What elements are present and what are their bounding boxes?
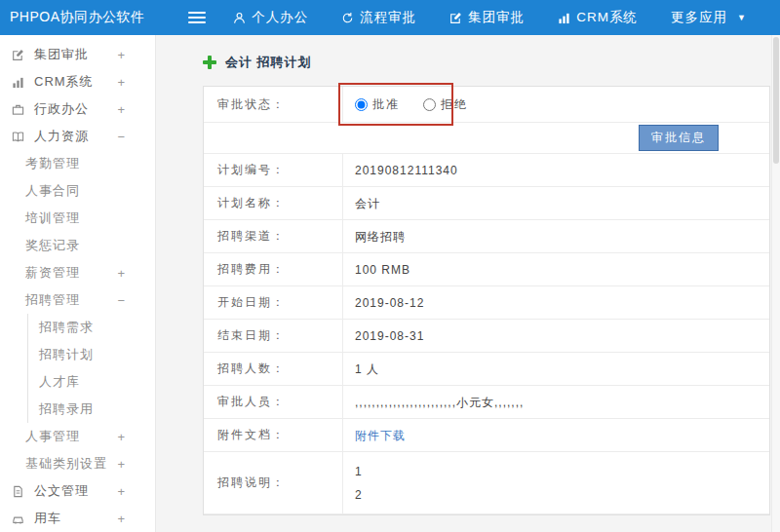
field-value: 附件下载 — [342, 419, 769, 451]
field-row: 招聘人数： 1 人 — [204, 353, 769, 386]
field-row: 结束日期： 2019-08-31 — [204, 320, 769, 353]
field-value: 网络招聘 — [342, 220, 769, 252]
field-label: 附件文档： — [204, 427, 342, 443]
field-value: 20190812111340 — [342, 154, 769, 186]
sidebar-item-label: 人事管理 — [25, 428, 80, 445]
sidebar-item[interactable]: 招聘计划 — [0, 341, 155, 368]
main-content: 会计 招聘计划 审批状态： 批准 拒绝 审批信息 计划编号： 201908121… — [156, 35, 780, 532]
person-icon — [233, 12, 246, 24]
nav-label: 个人办公 — [252, 9, 308, 26]
radio-input[interactable] — [423, 98, 436, 111]
sidebar-item[interactable]: 招聘录用 — [0, 396, 155, 423]
expand-toggle-icon[interactable]: + — [117, 512, 126, 526]
sidebar-item[interactable]: 考勤管理 — [0, 150, 155, 177]
sidebar-item-label: 招聘计划 — [39, 346, 94, 363]
vertical-scrollbar[interactable] — [771, 35, 780, 532]
topbar-menu-item[interactable]: 个人办公 — [233, 9, 308, 26]
hamburger-menu-icon[interactable] — [188, 11, 206, 24]
topbar: PHPOA协同办公软件 个人办公 流程审批 集团审批 CRM系统 更多应用 ▼ — [0, 0, 780, 35]
expand-toggle-icon[interactable]: − — [117, 130, 126, 144]
sidebar-item[interactable]: 薪资管理 + — [0, 259, 155, 286]
field-label: 结束日期： — [204, 327, 342, 344]
expand-toggle-icon[interactable]: − — [117, 293, 126, 308]
sidebar-item-label: 基础类别设置 — [25, 455, 107, 473]
nav-label: CRM系统 — [576, 9, 638, 26]
topbar-menu-item[interactable]: 更多应用 ▼ — [671, 9, 747, 26]
expand-toggle-icon[interactable]: + — [117, 75, 126, 90]
sidebar-item-label: 集团审批 — [34, 46, 89, 63]
sidebar-item[interactable]: 人事合同 — [0, 177, 155, 205]
sidebar-item[interactable]: 招聘管理 − — [0, 286, 155, 314]
page-title-text: 会计 招聘计划 — [225, 54, 312, 71]
attachment-download-link[interactable]: 附件下载 — [355, 424, 406, 447]
briefcase-icon — [12, 103, 30, 116]
sidebar-item-label: 奖惩记录 — [25, 237, 80, 254]
sidebar-item[interactable]: 行政办公 + — [0, 95, 155, 123]
app-window: PHPOA协同办公软件 个人办公 流程审批 集团审批 CRM系统 更多应用 ▼ … — [0, 0, 780, 532]
sidebar-item-label: 考勤管理 — [25, 155, 80, 172]
sidebar-item[interactable]: 人事管理 + — [0, 423, 155, 450]
radio-label: 批准 — [372, 93, 400, 116]
field-row: 计划名称： 会计 — [204, 187, 769, 220]
field-label: 招聘说明： — [204, 475, 342, 491]
field-row: 开始日期： 2019-08-12 — [204, 286, 769, 320]
field-value: 1 2 — [342, 452, 769, 513]
approval-status-row: 审批状态： 批准 拒绝 — [204, 87, 769, 123]
process-icon — [341, 12, 354, 24]
field-value: 2019-08-12 — [342, 286, 769, 319]
field-value: 2019-08-31 — [342, 320, 769, 352]
app-logo[interactable]: PHPOA协同办公软件 — [0, 9, 180, 26]
scrollbar-thumb[interactable] — [773, 37, 779, 164]
field-value: 会计 — [342, 187, 769, 219]
field-label: 开始日期： — [204, 294, 342, 311]
sidebar-item-label: 公文管理 — [34, 482, 89, 500]
field-value: ,,,,,,,,,,,,,,,,,,,,,,,,小元女,,,,,,, — [342, 386, 769, 418]
field-row: 附件文档： 附件下载 — [204, 419, 769, 452]
expand-toggle-icon[interactable]: + — [117, 266, 126, 281]
sidebar-item[interactable]: 人才库 — [0, 368, 155, 396]
field-row: 计划编号： 20190812111340 — [204, 154, 769, 187]
bar-chart-icon — [558, 12, 570, 24]
sidebar-item[interactable]: 培训管理 — [0, 205, 155, 232]
approval-info-row: 审批信息 — [204, 123, 769, 154]
expand-toggle-icon[interactable]: + — [117, 457, 126, 472]
field-label: 招聘费用： — [204, 261, 342, 278]
sidebar-item[interactable]: 奖惩记录 — [0, 232, 155, 259]
approval-info-button[interactable]: 审批信息 — [639, 125, 719, 151]
sidebar-item[interactable]: 公文管理 + — [0, 477, 155, 505]
sidebar-item[interactable]: 招聘需求 — [0, 314, 155, 341]
approval-edit-icon — [12, 49, 30, 61]
sidebar-item-label: 人力资源 — [34, 128, 89, 145]
nav-label: 更多应用 — [671, 9, 727, 26]
sidebar-item[interactable]: 集团审批 + — [0, 41, 155, 68]
sidebar-item[interactable]: 基础类别设置 + — [0, 450, 155, 477]
topbar-menu-item[interactable]: 流程审批 — [341, 9, 416, 26]
expand-toggle-icon[interactable]: + — [117, 484, 126, 499]
expand-toggle-icon[interactable]: + — [117, 102, 126, 117]
approval-status-radio-option[interactable]: 拒绝 — [423, 93, 468, 116]
sidebar-item-label: 招聘录用 — [39, 400, 94, 418]
field-row: 招聘渠道： 网络招聘 — [204, 220, 769, 253]
expand-toggle-icon[interactable]: + — [117, 48, 126, 62]
sidebar-item-label: 培训管理 — [25, 209, 80, 227]
expand-toggle-icon[interactable]: + — [117, 430, 126, 444]
sidebar-item-label: 招聘需求 — [39, 319, 94, 336]
main-layout: 集团审批 + CRM系统 + 行政办公 + 人力资源 − 考勤管理 人事合同 培… — [0, 35, 780, 532]
page-title: 会计 招聘计划 — [203, 53, 770, 72]
approval-status-radio-option[interactable]: 批准 — [355, 93, 400, 116]
field-value: 1 人 — [342, 353, 769, 385]
field-label: 计划编号： — [204, 162, 342, 178]
car-icon — [12, 513, 30, 525]
approval-status-label: 审批状态： — [204, 96, 342, 113]
radio-input[interactable] — [355, 98, 368, 111]
topbar-menu-item[interactable]: 集团审批 — [449, 9, 525, 26]
topbar-menu-item[interactable]: CRM系统 — [558, 9, 638, 26]
sidebar-item[interactable]: 人力资源 − — [0, 123, 155, 150]
sidebar-item[interactable]: CRM系统 + — [0, 68, 155, 95]
field-rows: 计划编号： 20190812111340 计划名称： 会计 招聘渠道： 网络招聘… — [204, 154, 769, 514]
sidebar: 集团审批 + CRM系统 + 行政办公 + 人力资源 − 考勤管理 人事合同 培… — [0, 35, 156, 532]
sidebar-item-label: CRM系统 — [34, 73, 94, 91]
sidebar-item[interactable]: 用车 + — [0, 505, 155, 532]
bar-chart-icon — [12, 76, 30, 89]
sidebar-item-label: 用车 — [34, 510, 61, 527]
